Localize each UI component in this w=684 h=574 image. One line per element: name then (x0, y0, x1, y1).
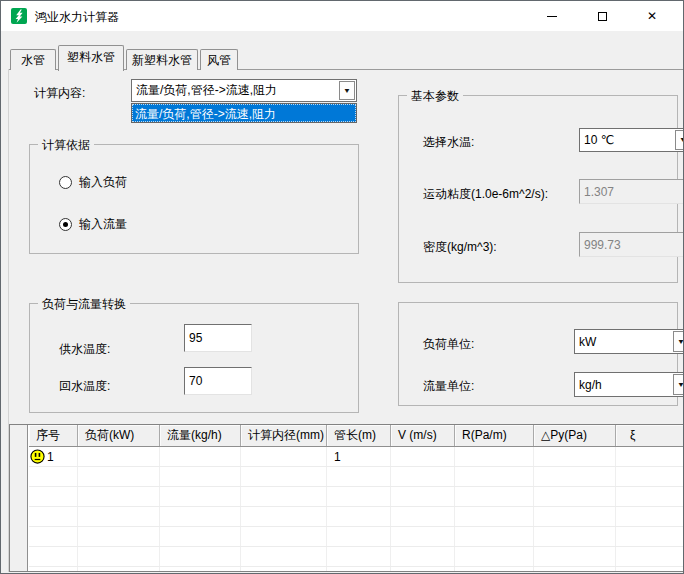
table-row[interactable] (29, 527, 684, 547)
table-row[interactable] (29, 567, 684, 572)
supply-temp-label: 供水温度: (59, 341, 110, 358)
density-label: 密度(kg/m^3): (423, 239, 497, 256)
calc-basis-title: 计算依据 (38, 137, 94, 154)
chevron-down-icon: ▼ (679, 137, 684, 144)
tab-plastic-water-pipe[interactable]: 塑料水管 (58, 45, 124, 71)
radio-input-load-label: 输入负荷 (79, 174, 127, 191)
chevron-down-icon: ▼ (677, 338, 684, 345)
load-unit-value: kW (575, 335, 684, 349)
row-diameter-cell[interactable] (241, 447, 327, 466)
calc-content-label: 计算内容: (34, 85, 85, 102)
radio-input-flow[interactable]: 输入流量 (59, 216, 127, 233)
results-table: 序号 负荷(kW) 流量(kg/h) 计算内径(mm) 管长(m) V (m/s… (9, 424, 684, 572)
conversion-groupbox: 负荷与流量转换 供水温度: 95 回水温度: 70 (29, 303, 359, 413)
load-unit-combobox[interactable]: kW ▼ (574, 329, 684, 354)
app-window: 鸿业水力计算器 ✕ 水管 塑料水管 新塑料水管 风管 计算内容: 流量/负荷,管… (0, 0, 684, 574)
title-bar: 鸿业水力计算器 ✕ (1, 1, 683, 31)
calc-basis-groupbox: 计算依据 输入负荷 输入流量 (29, 144, 359, 254)
table-row[interactable] (29, 467, 684, 487)
row-delta-py-cell[interactable] (534, 447, 616, 466)
density-value: 999.73 (584, 238, 621, 252)
load-unit-dropdown-button[interactable]: ▼ (673, 331, 684, 352)
row-load-cell[interactable] (78, 447, 160, 466)
calc-content-combobox[interactable]: 流量/负荷,管径->流速,阻力 ▼ (131, 79, 357, 102)
radio-circle-icon (59, 176, 72, 189)
column-header-delta-py[interactable]: △Py(Pa) (534, 425, 616, 446)
minimize-button[interactable] (529, 1, 575, 31)
maximize-icon (598, 12, 607, 21)
row-r-cell[interactable] (455, 447, 534, 466)
load-unit-label: 负荷单位: (423, 336, 474, 353)
table-row[interactable] (29, 547, 684, 567)
water-temp-label: 选择水温: (423, 134, 474, 151)
water-temp-dropdown-button[interactable]: ▼ (675, 130, 684, 150)
tab-new-plastic-water-pipe[interactable]: 新塑料水管 (126, 49, 198, 70)
column-header-flow[interactable]: 流量(kg/h) (160, 425, 241, 446)
smiley-face-icon (30, 449, 45, 464)
flow-unit-label: 流量单位: (423, 378, 474, 395)
window-title: 鸿业水力计算器 (35, 9, 119, 26)
column-header-r[interactable]: R(Pa/m) (455, 425, 534, 446)
return-temp-value: 70 (189, 374, 202, 388)
table-row[interactable] (29, 507, 684, 527)
supply-temp-value: 95 (189, 331, 202, 345)
chevron-down-icon: ▼ (677, 381, 684, 388)
radio-input-flow-label: 输入流量 (79, 216, 127, 233)
viscosity-label: 运动粘度(1.0e-6m^2/s): (423, 186, 548, 203)
flow-unit-dropdown-button[interactable]: ▼ (673, 374, 684, 395)
column-header-velocity[interactable]: V (m/s) (391, 425, 455, 446)
column-header-xi[interactable]: ξ (616, 425, 684, 446)
close-button[interactable]: ✕ (629, 1, 675, 31)
close-icon: ✕ (647, 10, 657, 22)
return-temp-input[interactable]: 70 (184, 367, 252, 395)
chevron-down-icon: ▼ (343, 87, 351, 94)
column-header-serial[interactable]: 序号 (29, 425, 78, 446)
radio-input-load[interactable]: 输入负荷 (59, 174, 127, 191)
table-row-1[interactable]: 1 1 (29, 447, 684, 467)
supply-temp-input[interactable]: 95 (184, 324, 252, 352)
row-pipe-length-value: 1 (327, 450, 341, 464)
calc-content-value: 流量/负荷,管径->流速,阻力 (132, 82, 356, 99)
viscosity-value: 1.307 (584, 185, 614, 199)
row-flow-cell[interactable] (160, 447, 241, 466)
radio-circle-selected-icon (59, 218, 72, 231)
table-row[interactable] (29, 487, 684, 507)
row-serial-value: 1 (47, 450, 54, 464)
row-pipe-length-cell[interactable]: 1 (327, 447, 391, 466)
table-header-row: 序号 负荷(kW) 流量(kg/h) 计算内径(mm) 管长(m) V (m/s… (29, 425, 684, 447)
tab-air-duct[interactable]: 风管 (200, 49, 238, 70)
dropdown-option-selected[interactable]: 流量/负荷,管径->流速,阻力 (132, 104, 356, 122)
water-temp-combobox[interactable]: 10 ℃ ▼ (579, 128, 684, 152)
tab-water-pipe[interactable]: 水管 (10, 49, 56, 70)
maximize-button[interactable] (579, 1, 625, 31)
table-empty-rows (29, 467, 684, 572)
minimize-icon (547, 16, 557, 17)
density-input: 999.73 (579, 232, 684, 257)
basic-params-title: 基本参数 (407, 88, 463, 105)
return-temp-label: 回水温度: (59, 378, 110, 395)
row-velocity-cell[interactable] (391, 447, 455, 466)
app-logo-icon (11, 8, 27, 24)
flow-unit-combobox[interactable]: kg/h ▼ (574, 372, 684, 397)
water-temp-value: 10 ℃ (580, 133, 684, 147)
calc-content-dropdown-list: 流量/负荷,管径->流速,阻力 (131, 103, 357, 123)
row-xi-cell[interactable] (616, 447, 684, 466)
calc-content-dropdown-button[interactable]: ▼ (339, 81, 355, 100)
table-indicator-column (10, 425, 28, 571)
flow-unit-value: kg/h (575, 378, 684, 392)
viscosity-input: 1.307 (579, 179, 684, 204)
column-header-load[interactable]: 负荷(kW) (78, 425, 160, 446)
column-header-pipe-length[interactable]: 管长(m) (327, 425, 391, 446)
column-header-inner-diameter[interactable]: 计算内径(mm) (241, 425, 327, 446)
conversion-title: 负荷与流量转换 (38, 296, 130, 313)
